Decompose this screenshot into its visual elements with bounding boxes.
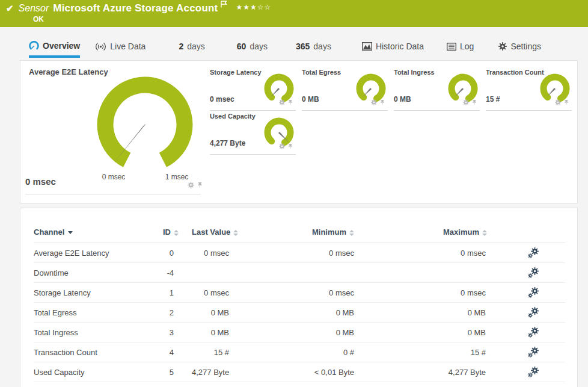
tab-2-days[interactable]: 2 days — [179, 36, 204, 58]
gauge-pin-icon[interactable] — [287, 99, 293, 105]
column-header-actions — [507, 223, 565, 243]
column-header-last-value[interactable]: Last Value — [192, 223, 252, 243]
table-row: Used Capacity 5 4,277 Byte < 0,01 Byte 4… — [34, 362, 565, 382]
main-gauge-value: 0 msec — [25, 176, 56, 187]
channel-minimum: 0 MB — [252, 323, 378, 342]
historic-chart-icon — [362, 42, 372, 51]
channel-name: Downtime — [34, 263, 163, 283]
tile-transaction-count[interactable]: Transaction Count 15 # — [486, 67, 572, 111]
tile-value: 0 MB — [394, 95, 411, 104]
channel-maximum: 15 # — [378, 342, 507, 362]
sort-icon — [174, 230, 179, 236]
tab-60-days[interactable]: 60 days — [237, 36, 268, 58]
priority-stars[interactable]: ★★★☆☆ — [236, 3, 271, 11]
gauge-settings-gear-icon[interactable] — [279, 99, 285, 105]
table-row: Storage Latency 1 0 msec 0 msec 0 msec — [34, 283, 565, 303]
gauge-settings-gear-icon[interactable] — [279, 143, 285, 149]
divider — [210, 154, 296, 155]
divider — [25, 194, 201, 194]
tab-historic-data[interactable]: Historic Data — [362, 36, 424, 58]
tab-live-data[interactable]: Live Data — [95, 36, 145, 58]
gauge-settings-gear-icon[interactable] — [371, 99, 377, 105]
sort-icon — [233, 230, 238, 236]
gear-icon — [498, 42, 507, 51]
column-header-id[interactable]: ID — [163, 223, 192, 243]
flag-icon[interactable] — [221, 0, 227, 10]
tab-settings[interactable]: Settings — [498, 36, 541, 58]
status-ok-check-icon: ✔ — [6, 3, 14, 14]
channel-id: 5 — [163, 362, 192, 382]
gauge-settings-gear-icon[interactable] — [188, 182, 194, 188]
tile-value: 15 # — [486, 95, 500, 104]
channel-settings-gears-icon[interactable] — [528, 247, 539, 258]
tile-total-egress[interactable]: Total Egress 0 MB — [302, 67, 388, 111]
tab-overview[interactable]: Overview — [29, 36, 80, 58]
channel-settings-gears-icon[interactable] — [528, 267, 539, 278]
gauge-pin-icon[interactable] — [563, 99, 569, 105]
channel-settings-gears-icon[interactable] — [528, 287, 539, 298]
column-header-maximum[interactable]: Maximum — [378, 223, 507, 243]
gauge-pin-icon[interactable] — [287, 143, 293, 149]
gauge-settings-gear-icon[interactable] — [555, 99, 561, 105]
channel-maximum: 0 msec — [378, 283, 507, 303]
sensor-header: ✔ Sensor Microsoft Azure Storage Account… — [0, 0, 588, 27]
channel-minimum: 0 msec — [252, 283, 378, 303]
channel-id: 1 — [163, 283, 192, 303]
tile-title: Transaction Count — [486, 69, 544, 76]
gauges-panel: Average E2E Latency 0 msec 1 msec 0 msec… — [20, 60, 578, 203]
table-row: Transaction Count 4 15 # 0 # 15 # — [34, 342, 565, 362]
divider — [486, 110, 572, 111]
main-gauge — [94, 76, 196, 168]
sort-desc-icon — [68, 231, 73, 234]
channel-id: -4 — [163, 263, 192, 283]
column-header-channel[interactable]: Channel — [34, 223, 163, 243]
channel-settings-gears-icon[interactable] — [528, 307, 539, 318]
channel-maximum: 0 MB — [378, 323, 507, 342]
channel-last-value: 0 MB — [192, 323, 252, 342]
live-data-icon — [95, 42, 106, 51]
gauge-pin-icon[interactable] — [379, 99, 385, 105]
channel-maximum — [378, 263, 507, 283]
tab-log[interactable]: Log — [447, 36, 474, 58]
channel-last-value: 0 msec — [192, 243, 252, 263]
channel-last-value: 0 msec — [192, 283, 252, 303]
tab-historic-data-label: Historic Data — [376, 42, 424, 51]
sort-icon — [482, 230, 487, 236]
object-kind-label: Sensor — [19, 3, 49, 14]
channel-maximum: 0 MB — [378, 303, 507, 323]
tile-value: 4,277 Byte — [210, 139, 245, 147]
gauge-pin-icon[interactable] — [471, 99, 477, 105]
channel-maximum: 0 msec — [378, 243, 507, 263]
channel-settings-gears-icon[interactable] — [528, 367, 539, 377]
tile-value: 0 msec — [210, 95, 234, 104]
tab-overview-label: Overview — [43, 41, 80, 51]
channel-maximum: 4,277 Byte — [378, 362, 507, 382]
tile-title: Storage Latency — [210, 69, 262, 76]
tile-storage-latency[interactable]: Storage Latency 0 msec — [210, 67, 296, 111]
table-row: Total Ingress 3 0 MB 0 MB 0 MB — [34, 323, 565, 342]
table-row: Average E2E Latency 0 0 msec 0 msec 0 ms… — [34, 243, 565, 263]
channel-minimum: < 0,01 Byte — [252, 362, 378, 382]
divider — [394, 110, 480, 111]
channel-minimum: 0 # — [252, 342, 378, 362]
tab-365-days[interactable]: 365 days — [296, 36, 331, 58]
column-header-minimum[interactable]: Minimum — [252, 223, 378, 243]
channel-name: Storage Latency — [34, 283, 163, 303]
channel-minimum: 0 MB — [252, 303, 378, 323]
page-title: Microsoft Azure Storage Account — [53, 2, 218, 14]
gauge-settings-gear-icon[interactable] — [463, 99, 469, 105]
tile-used-capacity[interactable]: Used Capacity 4,277 Byte — [210, 111, 296, 155]
channel-id: 3 — [163, 323, 192, 342]
table-header-row: Channel ID Last Value Minimum Maximum — [34, 223, 565, 243]
channel-last-value — [192, 263, 252, 283]
channel-settings-gears-icon[interactable] — [528, 347, 539, 358]
channel-table: Channel ID Last Value Minimum Maximum Av… — [34, 223, 565, 382]
channel-name: Transaction Count — [34, 342, 163, 362]
channel-name: Total Egress — [34, 303, 163, 323]
channel-settings-gears-icon[interactable] — [528, 327, 539, 338]
channel-last-value: 15 # — [192, 342, 252, 362]
tile-total-ingress[interactable]: Total Ingress 0 MB — [394, 67, 480, 111]
gauge-pin-icon[interactable] — [197, 182, 203, 188]
channel-last-value: 4,277 Byte — [192, 362, 252, 382]
main-gauge-scale-max: 1 msec — [157, 173, 197, 181]
